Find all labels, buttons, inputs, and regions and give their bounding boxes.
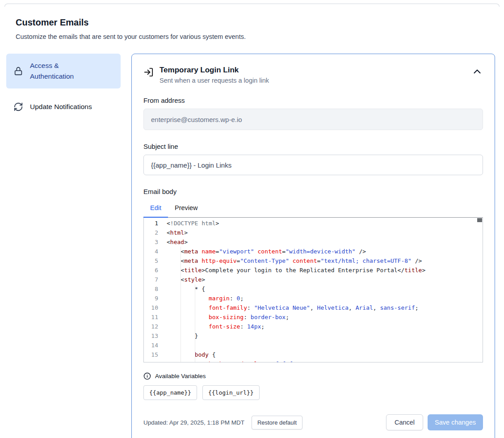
- line-number: 10: [144, 303, 158, 312]
- collapse-button[interactable]: [471, 66, 483, 77]
- sidebar-item-label: Access & Authentication: [30, 60, 95, 82]
- line-number: 9: [144, 294, 158, 303]
- panel-header-text: Temporary Login Link Sent when a user re…: [160, 66, 269, 84]
- code-line: 4 <meta name="viewport" content="width=d…: [144, 247, 483, 256]
- line-number: 6: [144, 265, 158, 275]
- line-number: 5: [144, 256, 158, 265]
- line-number: 12: [144, 322, 158, 331]
- available-variables-header: Available Variables: [143, 372, 483, 380]
- save-changes-button[interactable]: Save changes: [428, 414, 483, 430]
- cancel-button[interactable]: Cancel: [386, 414, 423, 430]
- editor-tabs: EditPreview: [143, 200, 483, 217]
- subject-line-label: Subject line: [143, 143, 483, 150]
- chevron-up-icon: [471, 72, 483, 79]
- line-number: 7: [144, 275, 158, 284]
- panel-footer: Updated: Apr 29, 2025, 1:18 PM MDT Resto…: [143, 414, 483, 430]
- footer-actions: Cancel Save changes: [386, 414, 483, 430]
- from-address-input[interactable]: [143, 109, 483, 130]
- line-number: 11: [144, 312, 158, 322]
- panel-title: Temporary Login Link: [160, 66, 269, 75]
- indent-guide: [181, 247, 181, 362]
- available-variables-label: Available Variables: [155, 373, 206, 379]
- line-number: 8: [144, 284, 158, 294]
- lock-icon: [13, 66, 23, 76]
- info-icon: [143, 372, 151, 380]
- code-line: 2<html>: [144, 228, 483, 237]
- code-line: 6 <title>Complete your login to the Repl…: [144, 265, 483, 275]
- panel-header: Temporary Login Link Sent when a user re…: [143, 66, 483, 84]
- code-line: 1<!DOCTYPE html>: [144, 219, 483, 228]
- updated-timestamp: Updated: Apr 29, 2025, 1:18 PM MDT: [143, 419, 244, 426]
- sidebar: Access & AuthenticationUpdate Notificati…: [6, 54, 121, 119]
- code-editor[interactable]: 1<!DOCTYPE html>2<html>3<head>4 <meta na…: [143, 217, 483, 362]
- restore-default-button[interactable]: Restore default: [252, 416, 302, 430]
- line-number: 14: [144, 341, 158, 350]
- layout: Access & AuthenticationUpdate Notificati…: [0, 54, 504, 438]
- login-icon: [143, 67, 154, 77]
- tab-edit[interactable]: Edit: [143, 200, 168, 218]
- line-number: 4: [144, 247, 158, 256]
- sidebar-item-update-notifications[interactable]: Update Notifications: [6, 95, 121, 119]
- page-title: Customer Emails: [16, 17, 495, 28]
- email-settings-card: Temporary Login Link Sent when a user re…: [131, 54, 495, 438]
- page-subtitle: Customize the emails that are sent to yo…: [16, 33, 495, 40]
- code-line: 5 <meta http-equiv="Content-Type" conten…: [144, 256, 483, 265]
- sidebar-item-access-authentication[interactable]: Access & Authentication: [6, 54, 121, 88]
- line-number: 2: [144, 228, 158, 237]
- from-address-label: From address: [143, 97, 483, 104]
- variable-chips: {{app_name}}{{login_url}}: [143, 385, 483, 400]
- email-body-label: Email body: [143, 188, 483, 195]
- refresh-icon: [13, 102, 23, 112]
- line-number: 15: [144, 350, 158, 359]
- variable-chip[interactable]: {{app_name}}: [143, 385, 197, 400]
- line-number: 16: [144, 359, 158, 362]
- line-number: 3: [144, 237, 158, 247]
- editor-scrollbar-thumb[interactable]: [477, 218, 482, 222]
- variable-chip[interactable]: {{login_url}}: [202, 385, 260, 400]
- line-number: 13: [144, 331, 158, 341]
- code-line: 3<head>: [144, 237, 483, 247]
- tab-preview[interactable]: Preview: [168, 200, 205, 218]
- panel-subtitle: Sent when a user requests a login link: [160, 77, 269, 84]
- sidebar-item-label: Update Notifications: [30, 101, 92, 112]
- page: Customer Emails Customize the emails tha…: [0, 4, 504, 438]
- page-header: Customer Emails Customize the emails tha…: [0, 7, 504, 40]
- top-card-edge: [4, 4, 500, 7]
- subject-line-input[interactable]: [143, 155, 483, 175]
- indent-guide: [195, 284, 195, 362]
- line-number: 1: [144, 219, 158, 228]
- code-line: 7 <style>: [144, 275, 483, 284]
